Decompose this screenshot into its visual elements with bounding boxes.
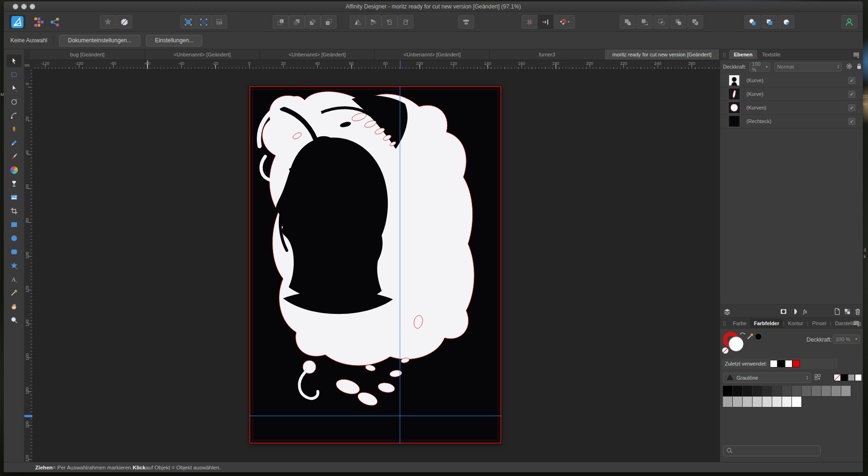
palette-swatch[interactable] bbox=[812, 386, 822, 397]
swatch-opacity-dropdown[interactable]: 100 %▾ bbox=[833, 335, 860, 343]
document-settings-button[interactable]: Dokumenteinstellungen... bbox=[59, 35, 140, 47]
star-tool[interactable] bbox=[7, 259, 22, 272]
transform-box-button[interactable] bbox=[211, 15, 227, 29]
panel-drag-handle[interactable]: || bbox=[723, 52, 726, 57]
palette-swatch[interactable] bbox=[792, 397, 802, 407]
palette-swatch[interactable] bbox=[762, 386, 772, 397]
palette-swatch[interactable] bbox=[753, 397, 762, 407]
layer-lock-icon[interactable] bbox=[855, 62, 863, 71]
palette-swatch[interactable] bbox=[733, 397, 743, 407]
document-tab[interactable]: <Unbenannt> [Geändert] bbox=[260, 49, 375, 60]
picker-tool[interactable] bbox=[7, 286, 22, 299]
add-swatch-icon[interactable] bbox=[814, 374, 822, 382]
tab-kontur[interactable]: Kontur bbox=[784, 319, 807, 328]
palette-swatch[interactable] bbox=[723, 397, 733, 407]
layer-row[interactable]: (Kurve) ✓ bbox=[720, 87, 863, 101]
quick-swatch[interactable] bbox=[841, 374, 848, 381]
settings-button[interactable]: Einstellungen... bbox=[146, 35, 202, 47]
quick-swatch[interactable] bbox=[855, 374, 862, 381]
recent-color-swatch[interactable] bbox=[785, 360, 792, 367]
bool-intersect-button[interactable] bbox=[653, 15, 669, 29]
panel-menu-icon[interactable] bbox=[853, 320, 860, 328]
tab-farbe[interactable]: Farbe bbox=[729, 319, 750, 328]
ellipse-tool[interactable] bbox=[7, 232, 22, 244]
tab-pinsel[interactable]: Pinsel bbox=[808, 319, 830, 328]
fill-tool[interactable] bbox=[7, 177, 22, 190]
palette-swatch[interactable] bbox=[772, 397, 782, 407]
panel-menu-icon[interactable] bbox=[853, 51, 860, 60]
palette-swatch[interactable] bbox=[743, 386, 753, 397]
bool-add-button[interactable] bbox=[620, 15, 636, 29]
layer-settings-gear-icon[interactable] bbox=[845, 62, 853, 71]
flip-h-button[interactable] bbox=[350, 15, 366, 29]
palette-swatch[interactable] bbox=[782, 386, 792, 397]
blend-mode-dropdown[interactable]: Normal▴▾ bbox=[774, 62, 842, 71]
pattern-icon[interactable] bbox=[843, 307, 852, 316]
search-input[interactable] bbox=[733, 448, 813, 454]
recent-color-swatch[interactable] bbox=[770, 360, 777, 367]
bool-combine-button[interactable] bbox=[687, 15, 703, 29]
text-tool[interactable]: A bbox=[7, 273, 22, 285]
move-snap-button[interactable] bbox=[538, 15, 553, 29]
picked-color-well[interactable] bbox=[755, 333, 762, 340]
bool-divide-button[interactable] bbox=[670, 15, 686, 29]
bool-subtract-button[interactable] bbox=[637, 15, 653, 29]
snap-grid-dim-button[interactable] bbox=[196, 15, 212, 29]
layer-visibility-checkbox[interactable]: ✓ bbox=[848, 104, 855, 111]
palette-swatch[interactable] bbox=[841, 386, 851, 397]
document-tab[interactable]: <Unbenannt> [Geändert] bbox=[375, 49, 490, 60]
recent-color-swatch[interactable] bbox=[777, 360, 785, 367]
layer-row[interactable]: (Kurve) ✓ bbox=[720, 74, 863, 87]
no-color-icon[interactable] bbox=[722, 347, 728, 353]
quick-swatch[interactable] bbox=[848, 374, 855, 381]
panel-drag-handle[interactable]: || bbox=[723, 321, 726, 326]
roundrect-tool[interactable] bbox=[7, 245, 22, 258]
hand-tool[interactable] bbox=[7, 300, 22, 312]
palette-swatch[interactable] bbox=[723, 386, 733, 397]
palette-swatch[interactable] bbox=[753, 386, 762, 397]
document-tab[interactable]: moritz ready for cut new version [Geände… bbox=[605, 49, 720, 60]
magnet-button[interactable]: ▾ bbox=[553, 15, 575, 29]
corner-tool[interactable] bbox=[7, 109, 22, 122]
move-tool[interactable] bbox=[7, 55, 22, 67]
zoom-tool[interactable] bbox=[7, 313, 22, 326]
horizontal-ruler[interactable]: mm -120-100-80-60-40-2002040608010012014… bbox=[4, 60, 720, 70]
rect-tool[interactable] bbox=[7, 218, 22, 231]
palette-swatch[interactable] bbox=[782, 397, 792, 407]
persona-pixel-button[interactable] bbox=[31, 15, 47, 29]
palette-swatch[interactable] bbox=[733, 386, 743, 397]
palette-select[interactable]: Grautöne ▴▾ bbox=[723, 373, 811, 383]
recent-color-swatch[interactable] bbox=[792, 360, 800, 367]
eyedropper-icon[interactable] bbox=[746, 333, 754, 340]
fx-icon[interactable]: fx bbox=[801, 307, 809, 316]
layer-stack[interactable] bbox=[723, 307, 731, 316]
persona-designer-button[interactable] bbox=[9, 15, 25, 29]
quick-swatch[interactable] bbox=[834, 374, 841, 381]
canvas-viewport[interactable] bbox=[33, 70, 720, 462]
palette-swatch[interactable] bbox=[822, 386, 831, 397]
account-button[interactable] bbox=[841, 15, 857, 29]
node-tool[interactable] bbox=[7, 82, 22, 94]
geo-squares-button[interactable] bbox=[761, 15, 777, 29]
tab-ebenen[interactable]: Ebenen bbox=[729, 50, 757, 59]
palette-swatch[interactable] bbox=[772, 386, 782, 397]
flip-v-button[interactable] bbox=[366, 15, 382, 29]
tab-textstile[interactable]: Textstile bbox=[757, 50, 785, 59]
align-button[interactable] bbox=[458, 15, 474, 29]
document-tab[interactable]: bug [Geändert] bbox=[30, 49, 145, 60]
mask-icon[interactable] bbox=[779, 307, 788, 316]
layer-row[interactable]: (Rechteck) ✓ bbox=[720, 115, 863, 128]
order-back-button[interactable] bbox=[321, 15, 337, 29]
adjustment-icon[interactable] bbox=[790, 307, 799, 316]
color-tool[interactable] bbox=[7, 164, 22, 176]
order-front-button[interactable] bbox=[273, 15, 289, 29]
crop-tool[interactable] bbox=[7, 204, 22, 217]
snap-grid-blue-button[interactable] bbox=[180, 15, 196, 29]
order-forward-button[interactable] bbox=[289, 15, 305, 29]
style-flower-button[interactable] bbox=[116, 15, 132, 29]
persona-export-button[interactable] bbox=[47, 15, 63, 29]
pixel-grid-red-button[interactable] bbox=[522, 15, 538, 29]
brush-tool[interactable] bbox=[7, 150, 22, 163]
geo-pie-button[interactable] bbox=[778, 15, 794, 29]
artboard-tool[interactable] bbox=[7, 68, 22, 81]
